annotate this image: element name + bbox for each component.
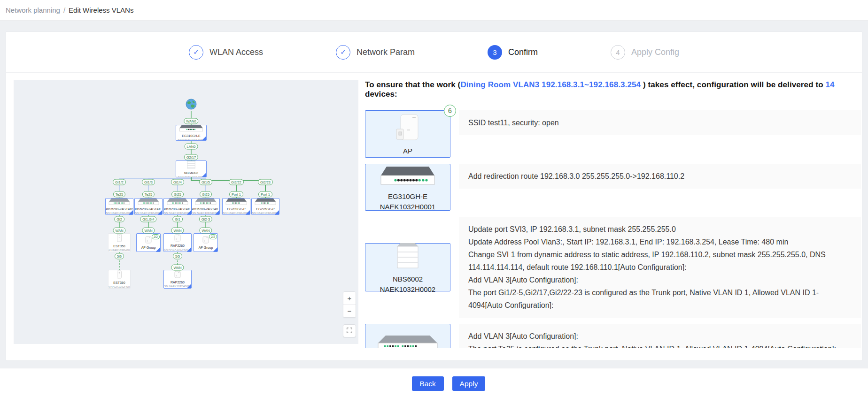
device-label: NAEK1032H0001: [380, 202, 435, 212]
zoom-controls: + −: [343, 291, 356, 318]
port-pill: LAN0: [185, 144, 198, 150]
port-pill: 5G: [173, 253, 182, 260]
breadcrumb: Network planning / Edit Wireless VLANs: [0, 0, 868, 21]
footer-bar: Back Apply: [0, 368, 868, 397]
step-wlan-access: ✓WLAN Access: [189, 45, 263, 60]
node-device-icon: [174, 234, 181, 244]
config-flag-icon: [213, 247, 217, 252]
node-device-icon: [202, 236, 209, 245]
config-line: The port Te25 is configured as the Trunk…: [468, 343, 852, 348]
config-flag-icon: [187, 247, 191, 252]
port-pill: Gi1/2: [113, 179, 126, 185]
config-flag-icon: [158, 210, 162, 214]
node-label: EST350: [113, 281, 125, 285]
device-card-nbs6002[interactable]: NBS6002NAEK1032H0002: [365, 243, 450, 291]
topology-node-nbs5200-24gt4xs[interactable]: NBS5200-24GT4XSSN:NAEK1032H0003: [105, 198, 133, 215]
port-pill: WAN: [142, 228, 155, 234]
confirm-panel: To ensure that the work (Dining Room VLA…: [365, 80, 861, 348]
internet-globe-icon: [186, 99, 197, 112]
ap-count-badge: 6: [444, 105, 456, 117]
config-line: Add VLAN 3[Auto Configuration]:: [468, 330, 852, 343]
device-card-nbs5200-24gt4xs[interactable]: NBS5200-24GT4XS: [365, 324, 450, 348]
config-flag-icon: [156, 247, 160, 252]
ap-group-badge: 2/2: [209, 234, 217, 239]
device-row: NBS6002NAEK1032H0002Update port SVI3, IP…: [365, 217, 861, 318]
node-device-icon: [108, 198, 131, 207]
node-device-icon: [137, 198, 160, 207]
page: Network planning / Edit Wireless VLANs ✓…: [0, 0, 868, 397]
node-label: RAP2260: [170, 280, 185, 284]
topology-node-ap-group[interactable]: AP Group2/2: [136, 233, 161, 252]
topology-node-nbs5200-24gt4x-[interactable]: NBS5200-24GT4X...SN:NAEK1032H0005: [163, 198, 192, 215]
stepper: ✓WLAN Access✓Network Param3Confirm4Apply…: [6, 32, 862, 73]
back-button[interactable]: Back: [412, 376, 444, 391]
topology-node-nbs6002[interactable]: NBS6002SN:NAEK1032H0002: [176, 160, 207, 177]
topology-node-eg209gc-p[interactable]: EG209GC-PSN:NAEK1032H0007: [222, 198, 250, 215]
node-serial: SN:NAEK1032H0016: [108, 285, 131, 289]
wizard-card: ✓WLAN Access✓Network Param3Confirm4Apply…: [6, 31, 862, 361]
topology-node-est350[interactable]: EST350SN:NAEK1032H0015: [108, 233, 131, 252]
topology-node-rap2260[interactable]: RAP2260SN:NAEK1032H0009: [163, 233, 192, 252]
port-pill: Gi2/22: [229, 179, 244, 185]
device-card-ap[interactable]: AP6: [365, 110, 450, 158]
step-label: WLAN Access: [209, 47, 263, 57]
step-apply-config: 4Apply Config: [611, 45, 679, 60]
node-device-icon: [178, 125, 204, 134]
port-pill: WAN: [171, 228, 184, 234]
port-pill: Gi25: [200, 191, 212, 198]
node-label: EG209GC-P: [227, 207, 245, 211]
port-pill: Gi1: [172, 216, 183, 222]
node-device-icon: [174, 271, 181, 280]
config-line: Change SVI 1 from dynamic address to sta…: [468, 248, 852, 274]
device-image-core: [386, 241, 429, 274]
config-line: The port Gi1/2-5,Gi2/17,Gi2/22-23 is con…: [468, 286, 852, 312]
topology-node-eg310gh-e[interactable]: EG310GH-ESN:NAEK1032H0001: [176, 125, 207, 141]
port-pill: G2/17: [184, 154, 198, 160]
node-device-icon: [225, 198, 248, 207]
port-pill: Gi1/4: [171, 179, 184, 185]
node-device-icon: [185, 160, 198, 171]
device-config-text: Add VLAN 3[Auto Configuration]:The port …: [459, 324, 861, 348]
breadcrumb-parent[interactable]: Network planning: [6, 6, 60, 14]
step-label: Confirm: [508, 47, 538, 57]
node-label: NBS6002: [184, 171, 198, 175]
port-pill: Gi1/5: [199, 179, 212, 185]
topology-node-eg226gc-p[interactable]: EG226GC-PSN:NAEK1032H0008: [251, 198, 279, 215]
port-pill: Port 1: [258, 191, 272, 198]
device-config-text: Add redirection route 192.168.3.0 255.25…: [459, 164, 861, 189]
zoom-in-button[interactable]: +: [343, 292, 356, 305]
step-label: Network Param: [356, 47, 415, 57]
header-network-link[interactable]: Dining Room VLAN3 192.168.3.1~192.168.3.…: [460, 80, 643, 89]
config-flag-icon: [215, 210, 219, 214]
header-mid: ) takes effect, configuration will be de…: [643, 80, 826, 89]
header-device-count: 14: [826, 80, 835, 89]
ap-group-badge: 2/2: [152, 234, 160, 239]
node-device-icon: [116, 270, 122, 281]
node-device-icon: [116, 234, 122, 244]
node-serial: SN:NAEK1032H0015: [108, 248, 131, 252]
step-network-param: ✓Network Param: [336, 45, 415, 60]
config-flag-icon: [275, 210, 279, 214]
breadcrumb-current: Edit Wireless VLANs: [69, 6, 133, 14]
node-label: EG226GC-P: [256, 207, 274, 211]
topology-node-nbs5200-24gt4x-[interactable]: NBS5200-24GT4X...SN:NAEK1032H0004: [134, 198, 163, 215]
port-pill: Te25: [142, 191, 155, 198]
port-pill: Gi2/23: [258, 179, 273, 185]
apply-button[interactable]: Apply: [452, 376, 486, 391]
port-pill: Te25: [113, 191, 125, 198]
zoom-out-button[interactable]: −: [343, 305, 356, 317]
node-serial: SN:NAEK1032H0001: [178, 138, 204, 141]
config-flag-icon: [187, 284, 191, 288]
device-card-eg310gh-e[interactable]: EG310GH-ENAEK1032H0001: [365, 164, 450, 211]
config-line: Update port SVI3, IP 192.168.3.1, subnet…: [468, 223, 852, 236]
device-image-gateway: [380, 163, 435, 191]
config-line: Add VLAN 3[Auto Configuration]:: [468, 274, 852, 286]
step-check-icon: ✓: [189, 45, 203, 60]
topology-node-rap2260[interactable]: RAP2260SN:NAEK1032H0010: [163, 270, 192, 289]
topology-node-nbs5200-24gt4x-[interactable]: NBS5200-24GT4X...SN:NAEK1032H0006: [192, 198, 220, 215]
topology-node-ap-group[interactable]: AP Group2/2: [194, 233, 218, 252]
step-number: 4: [611, 45, 625, 60]
fit-view-button[interactable]: [343, 324, 356, 337]
topology-node-est350[interactable]: EST350SN:NAEK1032H0016: [108, 270, 131, 289]
port-pill: Gi2: [114, 216, 124, 222]
